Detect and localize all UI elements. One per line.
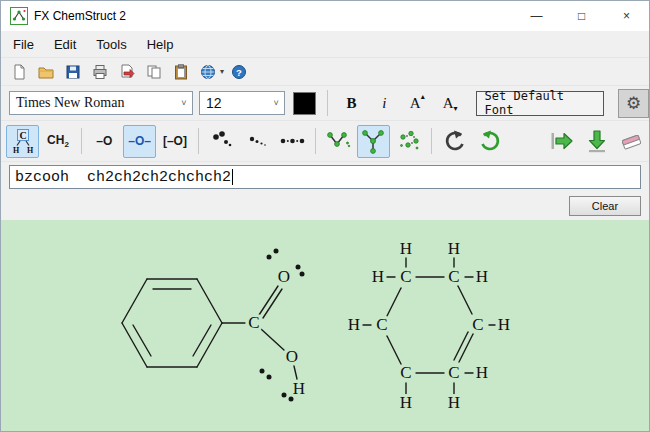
- title-bar: FX ChemStruct 2 — □ ×: [1, 1, 649, 31]
- paste-clipboard-icon: [173, 64, 189, 80]
- insert-down-button[interactable]: [580, 125, 613, 158]
- globe-icon: [200, 64, 216, 80]
- atom-label: H: [400, 393, 412, 412]
- font-size-value: 12: [200, 95, 228, 111]
- atom-label: H: [448, 239, 460, 258]
- export-right-button[interactable]: [545, 125, 578, 158]
- italic-button[interactable]: i: [371, 89, 398, 117]
- help-button[interactable]: ?: [227, 60, 251, 84]
- menu-tools[interactable]: Tools: [86, 33, 136, 56]
- bond-line: [197, 279, 222, 323]
- oxygen-style-plain-button[interactable]: –O: [88, 125, 121, 158]
- superscript-button[interactable]: A▴: [404, 89, 431, 117]
- svg-text:H: H: [27, 146, 34, 155]
- font-family-value: Times New Roman: [10, 95, 130, 111]
- electron-dot: [282, 393, 287, 398]
- paste-button[interactable]: [169, 60, 193, 84]
- toolbar-separator: [431, 128, 432, 154]
- electron-dots-style-2-button[interactable]: [240, 125, 273, 158]
- close-button[interactable]: ×: [604, 1, 649, 31]
- bond-line: [454, 332, 468, 360]
- electron-dot: [296, 265, 301, 270]
- subscript-mark-icon: ▾: [454, 105, 458, 113]
- open-folder-icon: [38, 64, 54, 80]
- skeletal-dotted-button[interactable]: [392, 125, 425, 158]
- chevron-down-icon[interactable]: ˅: [268, 98, 284, 108]
- eraser-icon: [619, 128, 645, 154]
- molecule-benzoic-acid-bzcooh: COOH: [122, 249, 305, 402]
- rotate-left-icon: [442, 128, 468, 154]
- skeletal-branch-button[interactable]: [357, 125, 390, 158]
- chevron-down-icon[interactable]: ˅: [176, 98, 192, 108]
- atom-label: C: [448, 363, 459, 382]
- set-default-font-button[interactable]: Set Default Font: [476, 91, 605, 116]
- bond-line: [193, 325, 211, 356]
- web-dropdown-arrow[interactable]: ▾: [220, 67, 224, 76]
- print-button[interactable]: [88, 60, 112, 84]
- formula-input[interactable]: bzcooh ch2ch2ch2chchch2: [9, 165, 641, 189]
- electron-dot: [267, 375, 272, 380]
- oxygen-style-linked-button[interactable]: –O–: [123, 125, 156, 158]
- atom-label: H: [476, 267, 488, 286]
- bond-line: [197, 323, 222, 367]
- chemistry-toolbar: C H H CH2 –O –O– [–O]: [1, 120, 649, 161]
- rotate-right-icon: [477, 128, 503, 154]
- web-resources-button[interactable]: [196, 60, 220, 84]
- skeletal-angle-button[interactable]: [322, 125, 355, 158]
- new-document-button[interactable]: [7, 60, 31, 84]
- green-arrow-down-icon: [584, 128, 610, 154]
- structural-formula-button[interactable]: C H H: [6, 125, 39, 158]
- help-icon: ?: [231, 64, 247, 80]
- atom-label: H: [400, 239, 412, 258]
- electron-dots-style-1-button[interactable]: [205, 125, 238, 158]
- electron-dots-icon: [279, 128, 305, 154]
- electron-dots-icon: [208, 128, 234, 154]
- clear-row: Clear: [1, 192, 649, 220]
- structural-formula-icon: C H H: [10, 128, 36, 154]
- menu-edit[interactable]: Edit: [44, 33, 86, 56]
- minimize-button[interactable]: —: [514, 1, 559, 31]
- skeletal-angle-icon: [325, 128, 351, 154]
- atom-label: H: [498, 315, 510, 334]
- electron-dot: [300, 272, 305, 277]
- font-toolbar: Times New Roman ˅ 12 ˅ B i A▴ A▾ Set Def…: [1, 85, 649, 120]
- open-button[interactable]: [34, 60, 58, 84]
- condensed-formula-label: CH2: [47, 133, 69, 149]
- bold-button[interactable]: B: [338, 89, 365, 117]
- svg-text:?: ?: [236, 66, 242, 77]
- oxygen-style-bracket-button[interactable]: [–O]: [158, 125, 191, 158]
- save-button[interactable]: [61, 60, 85, 84]
- font-color-button[interactable]: [291, 90, 317, 117]
- subscript-button[interactable]: A▾: [437, 89, 464, 117]
- bond-line: [458, 286, 472, 314]
- formula-input-text: bzcooh ch2ch2ch2chchch2: [15, 169, 231, 186]
- structure-canvas[interactable]: COOHCCCCCCHHHHHHHHH: [1, 220, 650, 432]
- menu-file[interactable]: File: [3, 33, 44, 56]
- atom-label: C: [248, 313, 259, 332]
- copy-icon: [146, 64, 162, 80]
- rotate-right-button[interactable]: [474, 125, 507, 158]
- erase-button[interactable]: [616, 125, 649, 158]
- copy-image-button[interactable]: [115, 60, 139, 84]
- electron-dots-style-3-button[interactable]: [275, 125, 308, 158]
- atom-label: H: [348, 315, 360, 334]
- clear-button[interactable]: Clear: [569, 196, 641, 216]
- electron-dots-icon: [244, 128, 270, 154]
- copy-button[interactable]: [142, 60, 166, 84]
- menu-bar: File Edit Tools Help: [1, 31, 649, 57]
- font-size-combobox[interactable]: 12 ˅: [199, 91, 285, 115]
- bond-line: [387, 288, 401, 316]
- atom-label: C: [400, 363, 411, 382]
- atom-label: C: [448, 267, 459, 286]
- font-family-combobox[interactable]: Times New Roman ˅: [9, 91, 193, 115]
- new-document-icon: [11, 64, 27, 80]
- condensed-formula-button[interactable]: CH2: [41, 125, 74, 158]
- maximize-button[interactable]: □: [559, 1, 604, 31]
- gear-icon: ⚙: [626, 93, 641, 114]
- rotate-left-button[interactable]: [438, 125, 471, 158]
- menu-help[interactable]: Help: [137, 33, 184, 56]
- settings-button[interactable]: ⚙: [618, 89, 649, 118]
- atom-label: H: [476, 363, 488, 382]
- print-icon: [92, 64, 108, 80]
- electron-dot: [260, 369, 265, 374]
